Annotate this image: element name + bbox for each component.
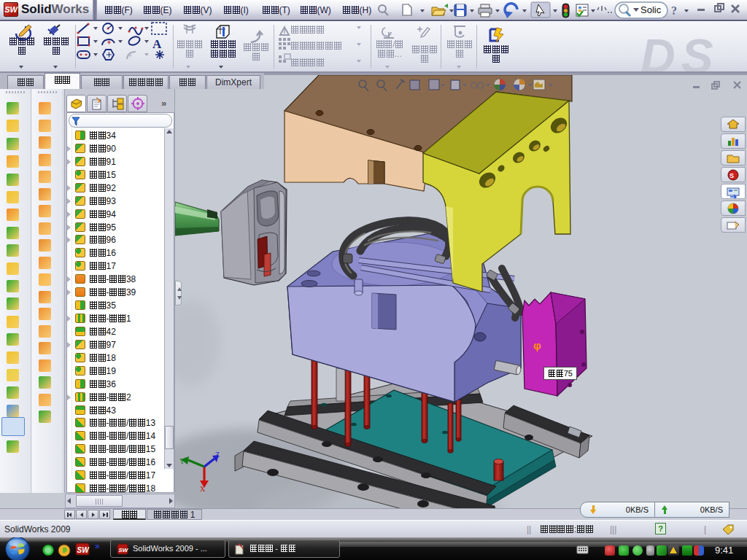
svg-text:S: S <box>729 172 734 179</box>
svg-text:?: ? <box>671 4 677 17</box>
svg-text:A: A <box>152 37 162 51</box>
svg-text:φ: φ <box>533 339 541 351</box>
svg-text:»: » <box>95 541 100 551</box>
svg-text:Y: Y <box>179 457 185 465</box>
svg-text:SW: SW <box>119 547 129 553</box>
svg-text:9:41: 9:41 <box>715 545 733 556</box>
svg-text:SW: SW <box>77 546 90 554</box>
svg-text:Solic: Solic <box>640 4 662 15</box>
svg-text:X: X <box>200 485 206 493</box>
svg-text:Z: Z <box>215 451 220 459</box>
